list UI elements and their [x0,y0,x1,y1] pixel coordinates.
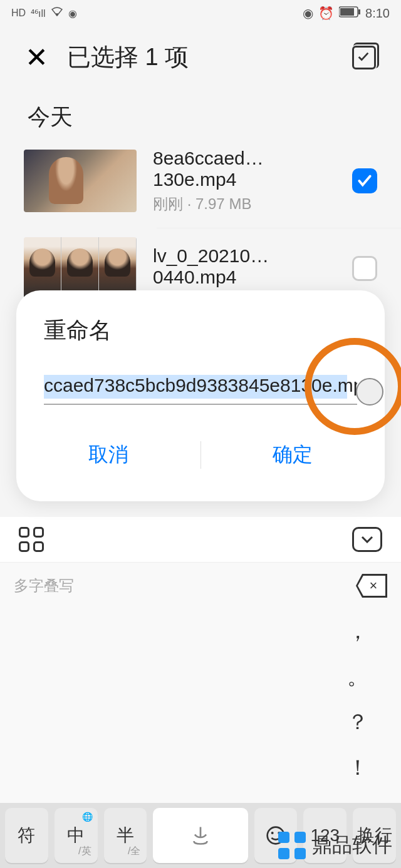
keyboard-collapse-icon[interactable] [352,527,382,552]
svg-point-0 [56,13,58,16]
handwriting-hint: 多字叠写 [14,576,74,596]
rename-modal: 重命名 取消 确定 [16,290,385,501]
candidate-key[interactable]: ， [347,617,368,646]
svg-point-5 [271,832,274,834]
file-info: 8ea6ccaed…130e.mp4 刚刚 · 7.97 MB [153,148,336,214]
rename-input[interactable] [44,375,357,405]
file-row[interactable]: 8ea6ccaed…130e.mp4 刚刚 · 7.97 MB [0,148,401,223]
keyboard-hint-row: 多字叠写 [0,563,401,609]
video-thumbnail [24,150,137,212]
header-title: 已选择 1 项 [67,41,333,73]
signal-icon: ⁴⁶ıll [31,8,46,19]
battery-icon [339,6,360,21]
file-checkbox[interactable] [352,256,377,281]
space-key[interactable] [153,808,247,863]
clock-text: 8:10 [365,6,390,21]
select-all-button[interactable] [352,46,376,69]
selection-header: ✕ 已选择 1 项 [0,26,401,88]
section-today: 今天 [0,88,401,148]
keyboard: 多字叠写 ， 。 ？ ！ 符 🌐中/英 半/全 123 换行 [0,517,401,868]
keyboard-candidates: ， 。 ？ ！ [0,609,401,803]
backspace-key[interactable] [356,574,387,598]
wifi-icon [51,7,63,19]
candidate-key[interactable]: ？ [347,708,368,737]
svg-rect-3 [358,9,360,14]
svg-rect-2 [340,8,354,16]
file-name: lv_0_20210…0440.mp4 [153,245,336,288]
hd-icon: HD [11,8,26,19]
symbol-key[interactable]: 符 [5,808,48,863]
keyboard-toolbar [0,517,401,563]
close-icon[interactable]: ✕ [25,44,48,71]
file-info: lv_0_20210…0440.mp4 [153,245,336,292]
modal-title: 重命名 [16,315,385,375]
status-right: ◉ ⏰ 8:10 [303,6,390,21]
keyboard-menu-icon[interactable] [19,527,44,552]
width-key[interactable]: 半/全 [104,808,147,863]
watermark: 鼎品软件 [278,832,392,859]
watermark-icon [278,832,306,859]
file-meta: 刚刚 · 7.97 MB [153,194,336,214]
watermark-text: 鼎品软件 [312,832,392,859]
file-checkbox[interactable] [352,168,377,193]
status-bar: HD ⁴⁶ıll ◉ ◉ ⏰ 8:10 [0,0,401,26]
cancel-button[interactable]: 取消 [16,427,200,483]
cursor-handle[interactable] [356,378,383,406]
candidate-key[interactable]: 。 [347,663,368,692]
alarm-icon: ⏰ [318,6,334,21]
confirm-button[interactable]: 确定 [201,427,385,483]
file-name: 8ea6ccaed…130e.mp4 [153,148,336,190]
eye-icon: ◉ [303,6,313,21]
divider [157,228,401,228]
candidate-key[interactable]: ！ [347,753,368,782]
nfc-icon: ◉ [68,8,77,19]
status-left: HD ⁴⁶ıll ◉ [11,7,77,19]
language-key[interactable]: 🌐中/英 [55,808,98,863]
